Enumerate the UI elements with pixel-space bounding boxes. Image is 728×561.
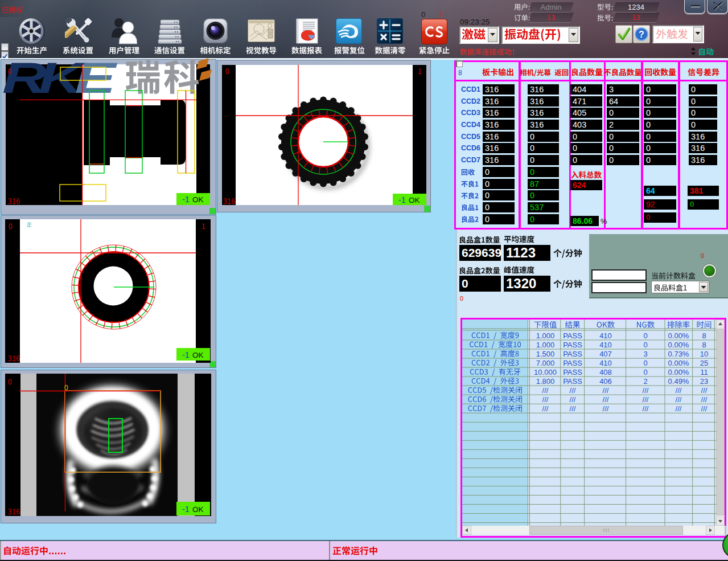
svg-text:-1: -1 [398,195,406,204]
svg-text:-1: -1 [182,505,190,514]
svg-text:0: 0 [64,384,68,392]
svg-text:OK: OK [192,195,204,204]
svg-text:OK: OK [192,505,204,514]
svg-text:OK: OK [192,351,204,359]
svg-text:OK: OK [409,196,420,204]
svg-text:-1: -1 [182,195,190,204]
svg-text:?: ? [639,30,644,39]
svg-text:-1: -1 [182,350,190,359]
